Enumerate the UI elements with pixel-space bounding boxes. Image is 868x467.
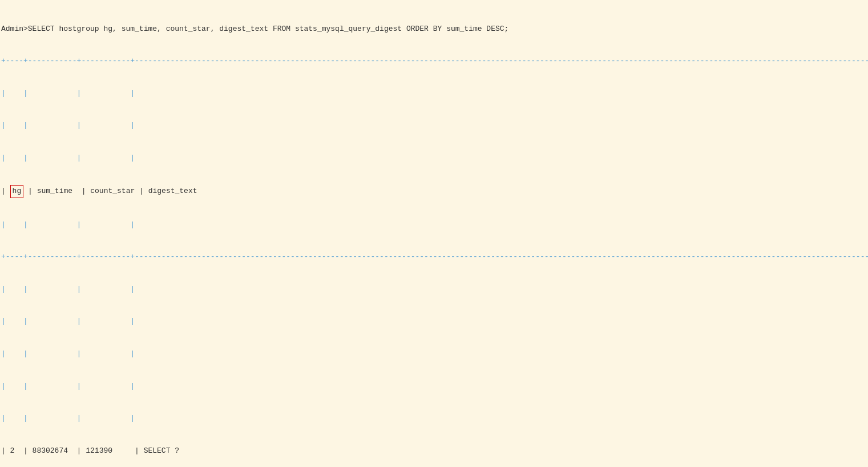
blank-line-3: | | | | [0,153,868,164]
blank-line-2: | | | | [0,120,868,131]
blank-line-1: | | | | [0,88,868,99]
blank-data-5: | | | | [0,413,868,424]
blank-line-4: | | | | [0,220,868,231]
header-sum-time: sum_time [37,187,72,195]
separator-top: +----+-----------+-----------+----------… [0,56,868,67]
blank-data-3: | | | | [0,349,868,360]
command-line: Admin>SELECT hostgroup hg, sum_time, cou… [0,24,868,35]
blank-data-2: | | | | [0,316,868,327]
header-row: | hg | sum_time | count_star | digest_te… [0,185,868,198]
data-row-1: | 2 | 88302674 | 121390 | SELECT ? [0,446,868,457]
blank-data-1: | | | | [0,284,868,295]
terminal-output: Admin>SELECT hostgroup hg, sum_time, cou… [0,0,868,467]
header-hg: hg [10,185,24,198]
separator-header-bottom: +----+-----------+-----------+----------… [0,252,868,263]
header-digest-text: digest_text [148,187,197,195]
blank-data-4: | | | | [0,381,868,392]
header-count-star: count_star [90,187,135,195]
